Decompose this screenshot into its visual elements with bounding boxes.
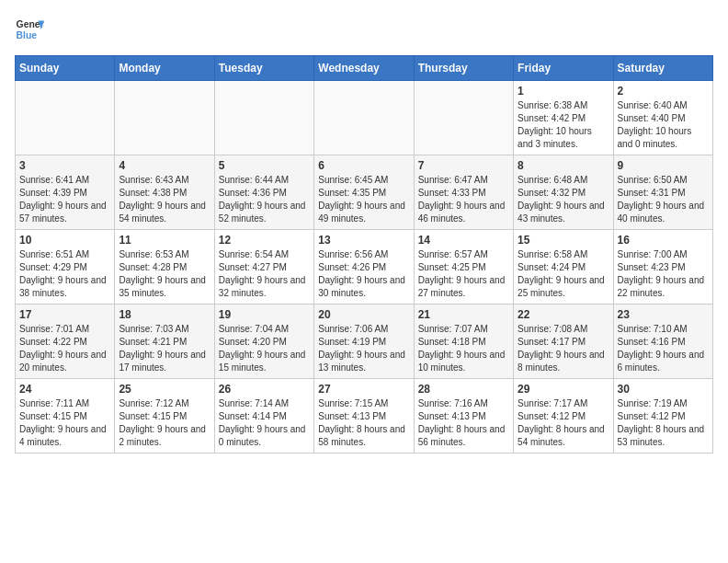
calendar-cell: 23Sunrise: 7:10 AM Sunset: 4:16 PM Dayli… — [613, 304, 712, 379]
logo: General Blue — [15, 15, 44, 44]
weekday-header-row: SundayMondayTuesdayWednesdayThursdayFrid… — [16, 56, 713, 81]
logo-icon: General Blue — [15, 15, 44, 44]
day-info: Sunrise: 6:40 AM Sunset: 4:40 PM Dayligh… — [618, 99, 709, 151]
day-number: 27 — [318, 383, 409, 396]
day-number: 21 — [418, 308, 509, 321]
calendar-cell — [115, 81, 214, 155]
day-info: Sunrise: 6:54 AM Sunset: 4:27 PM Dayligh… — [219, 248, 310, 300]
calendar-cell: 25Sunrise: 7:12 AM Sunset: 4:15 PM Dayli… — [115, 379, 214, 454]
calendar-week-row: 24Sunrise: 7:11 AM Sunset: 4:15 PM Dayli… — [16, 379, 713, 454]
day-info: Sunrise: 7:06 AM Sunset: 4:19 PM Dayligh… — [318, 323, 409, 374]
day-info: Sunrise: 7:07 AM Sunset: 4:18 PM Dayligh… — [418, 323, 509, 374]
day-number: 8 — [518, 159, 609, 172]
day-number: 6 — [318, 159, 409, 172]
day-info: Sunrise: 7:17 AM Sunset: 4:12 PM Dayligh… — [518, 397, 609, 449]
calendar-cell — [314, 81, 414, 155]
day-info: Sunrise: 7:00 AM Sunset: 4:23 PM Dayligh… — [618, 248, 709, 300]
calendar-cell: 10Sunrise: 6:51 AM Sunset: 4:29 PM Dayli… — [16, 230, 115, 304]
calendar-cell: 26Sunrise: 7:14 AM Sunset: 4:14 PM Dayli… — [214, 379, 313, 454]
day-number: 14 — [418, 234, 509, 247]
day-number: 20 — [318, 308, 409, 321]
calendar-cell: 14Sunrise: 6:57 AM Sunset: 4:25 PM Dayli… — [414, 230, 513, 304]
weekday-header-thursday: Thursday — [414, 56, 513, 81]
calendar-cell: 13Sunrise: 6:56 AM Sunset: 4:26 PM Dayli… — [314, 230, 414, 304]
day-number: 25 — [119, 383, 210, 396]
day-number: 2 — [618, 85, 709, 98]
svg-text:Blue: Blue — [17, 30, 38, 40]
day-info: Sunrise: 7:10 AM Sunset: 4:16 PM Dayligh… — [618, 323, 709, 374]
day-info: Sunrise: 7:15 AM Sunset: 4:13 PM Dayligh… — [318, 397, 409, 449]
calendar-cell: 1Sunrise: 6:38 AM Sunset: 4:42 PM Daylig… — [514, 81, 613, 155]
day-info: Sunrise: 7:04 AM Sunset: 4:20 PM Dayligh… — [219, 323, 310, 374]
calendar-cell: 15Sunrise: 6:58 AM Sunset: 4:24 PM Dayli… — [514, 230, 613, 304]
day-info: Sunrise: 6:48 AM Sunset: 4:32 PM Dayligh… — [518, 174, 609, 225]
day-info: Sunrise: 6:50 AM Sunset: 4:31 PM Dayligh… — [618, 174, 709, 225]
day-info: Sunrise: 7:11 AM Sunset: 4:15 PM Dayligh… — [19, 397, 110, 449]
page-header: General Blue — [15, 15, 713, 44]
day-number: 28 — [418, 383, 509, 396]
day-number: 15 — [518, 234, 609, 247]
calendar-cell: 16Sunrise: 7:00 AM Sunset: 4:23 PM Dayli… — [613, 230, 712, 304]
day-number: 26 — [219, 383, 310, 396]
day-number: 10 — [19, 234, 110, 247]
calendar-week-row: 1Sunrise: 6:38 AM Sunset: 4:42 PM Daylig… — [16, 81, 713, 155]
day-info: Sunrise: 7:08 AM Sunset: 4:17 PM Dayligh… — [518, 323, 609, 374]
calendar-cell: 12Sunrise: 6:54 AM Sunset: 4:27 PM Dayli… — [214, 230, 313, 304]
day-info: Sunrise: 6:43 AM Sunset: 4:38 PM Dayligh… — [119, 174, 210, 225]
calendar-cell: 3Sunrise: 6:41 AM Sunset: 4:39 PM Daylig… — [16, 155, 115, 230]
day-number: 5 — [219, 159, 310, 172]
day-info: Sunrise: 6:51 AM Sunset: 4:29 PM Dayligh… — [19, 248, 110, 300]
day-info: Sunrise: 7:19 AM Sunset: 4:12 PM Dayligh… — [618, 397, 709, 449]
day-info: Sunrise: 6:53 AM Sunset: 4:28 PM Dayligh… — [119, 248, 210, 300]
calendar-cell: 18Sunrise: 7:03 AM Sunset: 4:21 PM Dayli… — [115, 304, 214, 379]
weekday-header-tuesday: Tuesday — [214, 56, 313, 81]
calendar-cell: 8Sunrise: 6:48 AM Sunset: 4:32 PM Daylig… — [514, 155, 613, 230]
day-info: Sunrise: 6:45 AM Sunset: 4:35 PM Dayligh… — [318, 174, 409, 225]
day-number: 19 — [219, 308, 310, 321]
day-number: 1 — [518, 85, 609, 98]
calendar-cell: 24Sunrise: 7:11 AM Sunset: 4:15 PM Dayli… — [16, 379, 115, 454]
day-info: Sunrise: 6:56 AM Sunset: 4:26 PM Dayligh… — [318, 248, 409, 300]
day-number: 7 — [418, 159, 509, 172]
day-info: Sunrise: 7:14 AM Sunset: 4:14 PM Dayligh… — [219, 397, 310, 449]
day-info: Sunrise: 6:47 AM Sunset: 4:33 PM Dayligh… — [418, 174, 509, 225]
calendar-cell: 9Sunrise: 6:50 AM Sunset: 4:31 PM Daylig… — [613, 155, 712, 230]
calendar-cell: 28Sunrise: 7:16 AM Sunset: 4:13 PM Dayli… — [414, 379, 513, 454]
day-number: 18 — [119, 308, 210, 321]
calendar-cell: 7Sunrise: 6:47 AM Sunset: 4:33 PM Daylig… — [414, 155, 513, 230]
weekday-header-saturday: Saturday — [613, 56, 712, 81]
calendar-week-row: 10Sunrise: 6:51 AM Sunset: 4:29 PM Dayli… — [16, 230, 713, 304]
calendar-week-row: 17Sunrise: 7:01 AM Sunset: 4:22 PM Dayli… — [16, 304, 713, 379]
calendar-cell: 22Sunrise: 7:08 AM Sunset: 4:17 PM Dayli… — [514, 304, 613, 379]
day-number: 9 — [618, 159, 709, 172]
day-info: Sunrise: 7:16 AM Sunset: 4:13 PM Dayligh… — [418, 397, 509, 449]
day-info: Sunrise: 6:57 AM Sunset: 4:25 PM Dayligh… — [418, 248, 509, 300]
day-info: Sunrise: 7:03 AM Sunset: 4:21 PM Dayligh… — [119, 323, 210, 374]
day-number: 23 — [618, 308, 709, 321]
calendar-cell: 21Sunrise: 7:07 AM Sunset: 4:18 PM Dayli… — [414, 304, 513, 379]
day-number: 17 — [19, 308, 110, 321]
calendar-cell: 5Sunrise: 6:44 AM Sunset: 4:36 PM Daylig… — [214, 155, 313, 230]
calendar-cell: 30Sunrise: 7:19 AM Sunset: 4:12 PM Dayli… — [613, 379, 712, 454]
day-number: 3 — [19, 159, 110, 172]
calendar-cell: 11Sunrise: 6:53 AM Sunset: 4:28 PM Dayli… — [115, 230, 214, 304]
calendar-cell: 4Sunrise: 6:43 AM Sunset: 4:38 PM Daylig… — [115, 155, 214, 230]
weekday-header-wednesday: Wednesday — [314, 56, 414, 81]
weekday-header-friday: Friday — [514, 56, 613, 81]
day-number: 13 — [318, 234, 409, 247]
day-number: 24 — [19, 383, 110, 396]
calendar-cell — [414, 81, 513, 155]
calendar-cell — [214, 81, 313, 155]
calendar-cell: 27Sunrise: 7:15 AM Sunset: 4:13 PM Dayli… — [314, 379, 414, 454]
calendar-cell: 6Sunrise: 6:45 AM Sunset: 4:35 PM Daylig… — [314, 155, 414, 230]
calendar-cell: 19Sunrise: 7:04 AM Sunset: 4:20 PM Dayli… — [214, 304, 313, 379]
day-info: Sunrise: 7:12 AM Sunset: 4:15 PM Dayligh… — [119, 397, 210, 449]
day-number: 16 — [618, 234, 709, 247]
calendar-cell: 17Sunrise: 7:01 AM Sunset: 4:22 PM Dayli… — [16, 304, 115, 379]
day-info: Sunrise: 6:44 AM Sunset: 4:36 PM Dayligh… — [219, 174, 310, 225]
day-info: Sunrise: 6:38 AM Sunset: 4:42 PM Dayligh… — [518, 99, 609, 151]
day-number: 30 — [618, 383, 709, 396]
weekday-header-sunday: Sunday — [16, 56, 115, 81]
calendar-table: SundayMondayTuesdayWednesdayThursdayFrid… — [15, 55, 713, 454]
day-info: Sunrise: 7:01 AM Sunset: 4:22 PM Dayligh… — [19, 323, 110, 374]
